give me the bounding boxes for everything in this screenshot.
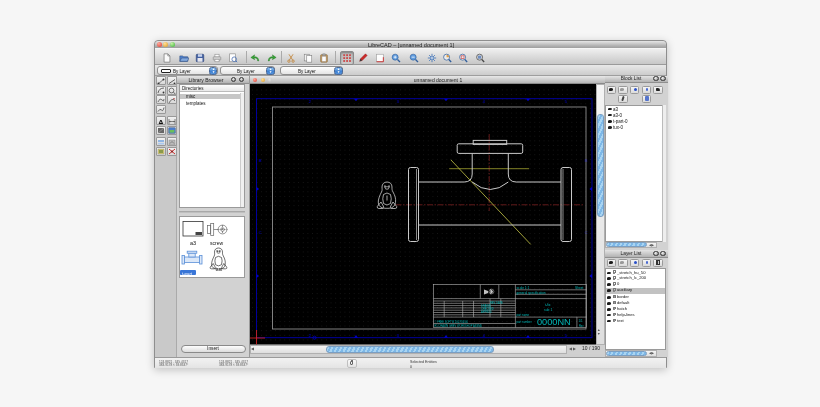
svg-text:general specification: general specification [516,291,545,295]
svg-text:part name: part name [516,313,529,317]
svg-text:part number: part number [516,320,531,324]
svg-text:C: C [259,230,262,235]
svg-text:screw: screw [210,240,223,246]
svg-text:REV DATE: REV DATE [490,301,503,305]
svg-text:A: A [158,118,164,126]
svg-text:Sheet: Sheet [575,286,583,290]
svg-text:B: B [585,158,588,163]
svg-text:scale 1:1: scale 1:1 [516,286,529,290]
svg-text:t-fix: t-fix [545,303,551,307]
svg-text:APPRVD: APPRVD [481,310,492,314]
svg-text:Rev: Rev [579,324,584,328]
svg-text:R1 DRAWN GREV WORKSHOP: R1 DRAWN GREV WORKSHOP ASSMD [434,324,482,328]
svg-text:C: C [585,230,588,235]
svg-text:tux: tux [215,266,222,272]
svg-text:a3: a3 [190,240,196,246]
svg-text:© FREE SOFTW 2007/06/06: © FREE SOFTW 2007/06/06 [434,320,468,324]
svg-text:1/1: 1/1 [578,319,583,323]
svg-text:B: B [259,158,262,163]
svg-text:sub 1: sub 1 [544,308,552,312]
svg-text:0000NN: 0000NN [537,317,571,327]
